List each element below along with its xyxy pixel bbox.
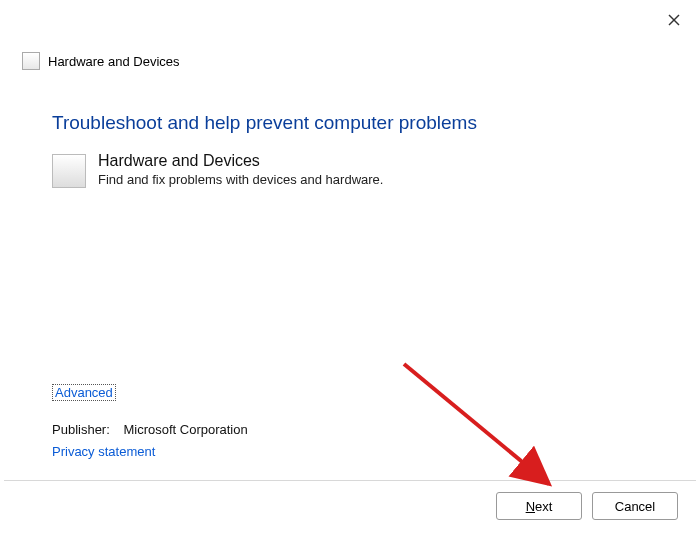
troubleshooter-item: Hardware and Devices Find and fix proble… — [52, 152, 383, 188]
svg-line-2 — [404, 364, 549, 484]
button-row: Next Cancel — [496, 492, 678, 520]
troubleshooter-dialog: Hardware and Devices Troubleshoot and he… — [4, 4, 696, 532]
publisher-row: Publisher: Microsoft Corporation — [52, 422, 248, 437]
item-title: Hardware and Devices — [98, 152, 383, 170]
privacy-statement-link[interactable]: Privacy statement — [52, 444, 155, 459]
item-description: Find and fix problems with devices and h… — [98, 172, 383, 187]
cancel-button[interactable]: Cancel — [592, 492, 678, 520]
next-button-rest: ext — [535, 499, 552, 514]
close-button[interactable] — [666, 12, 682, 28]
page-heading: Troubleshoot and help prevent computer p… — [52, 112, 477, 134]
publisher-value: Microsoft Corporation — [123, 422, 247, 437]
hardware-devices-icon — [52, 154, 86, 188]
annotation-arrow — [394, 354, 584, 514]
window-title: Hardware and Devices — [48, 54, 180, 69]
close-icon — [668, 14, 680, 26]
footer-divider — [4, 480, 696, 481]
advanced-link[interactable]: Advanced — [52, 384, 116, 401]
titlebar: Hardware and Devices — [22, 52, 180, 70]
troubleshooter-icon — [22, 52, 40, 70]
next-button[interactable]: Next — [496, 492, 582, 520]
publisher-label: Publisher: — [52, 422, 110, 437]
